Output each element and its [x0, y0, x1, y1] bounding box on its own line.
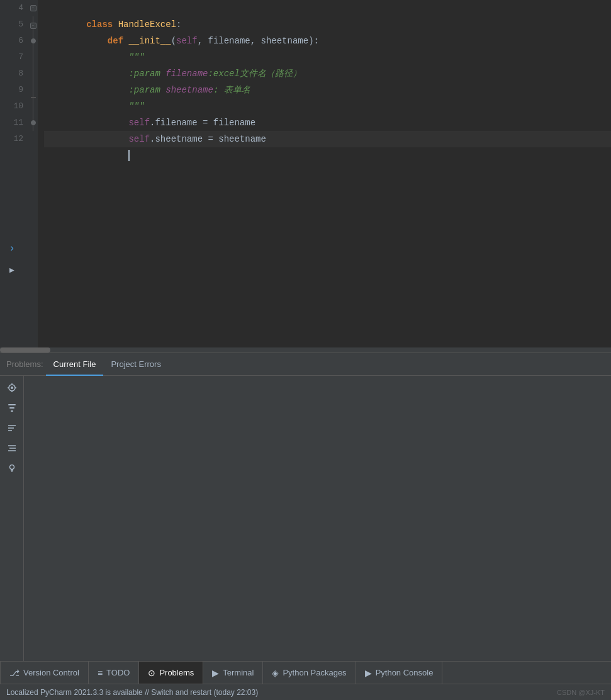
text-cursor — [128, 150, 130, 161]
fold-8 — [33, 65, 33, 82]
line-num-7: 7 — [18, 49, 23, 65]
line-num-10: 10 — [13, 98, 23, 115]
line-num-5: 5 — [18, 16, 23, 33]
svg-rect-7 — [9, 407, 14, 409]
status-message: Localized PyCharm 2021.3.3 is available … — [6, 688, 557, 697]
svg-point-1 — [11, 387, 13, 389]
tab-current-file[interactable]: Current File — [46, 353, 104, 376]
horizontal-scrollbar[interactable] — [0, 347, 611, 353]
sidebar-expand-1[interactable]: › — [0, 239, 24, 258]
status-bar: Localized PyCharm 2021.3.3 is available … — [0, 684, 611, 700]
tab-terminal[interactable]: ▶ Terminal — [203, 662, 263, 684]
python-console-icon: ▶ — [365, 668, 372, 678]
fold-4[interactable]: - — [30, 0, 36, 16]
line-num-9: 9 — [18, 82, 23, 98]
line-num-4: 4 — [18, 0, 23, 16]
python-console-label: Python Console — [376, 668, 434, 677]
svg-point-15 — [9, 465, 14, 470]
code-line-4: class HandleExcel: — [44, 0, 611, 16]
code-area: 4 5 6 7 8 9 10 11 12 - - — [0, 0, 611, 347]
fold-gutter: - - — [28, 0, 38, 347]
fold-5[interactable]: - — [30, 16, 36, 33]
todo-icon: ≡ — [98, 668, 103, 678]
version-control-icon: ⎇ — [9, 668, 20, 678]
problems-label: Problems: — [6, 359, 43, 369]
fold-10 — [33, 98, 33, 115]
line-num-12: 12 — [13, 131, 23, 147]
inspect-icon[interactable] — [4, 380, 20, 396]
todo-label: TODO — [106, 668, 130, 677]
line-num-6: 6 — [18, 33, 23, 49]
problems-tabs: Problems: Current File Project Errors — [0, 353, 611, 376]
left-sidebar: › ▶ — [0, 239, 25, 279]
lightbulb-icon[interactable] — [4, 460, 20, 477]
problems-toolbar — [0, 376, 24, 661]
fold-7 — [33, 49, 33, 65]
problems-panel: Problems: Current File Project Errors — [0, 353, 611, 661]
fold-11 — [31, 115, 36, 131]
svg-rect-6 — [8, 404, 16, 405]
group-icon[interactable] — [4, 440, 20, 456]
problems-icon: ⊙ — [148, 668, 155, 678]
tab-python-console[interactable]: ▶ Python Console — [356, 662, 443, 684]
python-packages-label: Python Packages — [283, 668, 346, 677]
scrollbar-thumb[interactable] — [0, 347, 50, 353]
tab-project-errors[interactable]: Project Errors — [103, 353, 168, 376]
line-num-8: 8 — [18, 65, 23, 82]
problems-content-area — [24, 376, 611, 661]
version-control-label: Version Control — [23, 668, 79, 677]
sidebar-expand-2[interactable]: ▶ — [0, 261, 24, 279]
python-packages-icon: ◈ — [272, 668, 279, 678]
line-numbers-gutter: 4 5 6 7 8 9 10 11 12 — [0, 0, 28, 347]
tab-problems[interactable]: ⊙ Problems — [139, 662, 203, 684]
line-num-11: 11 — [13, 115, 23, 131]
terminal-label: Terminal — [223, 668, 254, 677]
problems-body — [0, 376, 611, 661]
svg-rect-8 — [11, 410, 13, 412]
bottom-tabs-bar: ⎇ Version Control ≡ TODO ⊙ Problems ▶ Te… — [0, 661, 611, 684]
tab-todo[interactable]: ≡ TODO — [89, 662, 140, 684]
tab-version-control[interactable]: ⎇ Version Control — [0, 662, 89, 684]
code-content-area[interactable]: class HandleExcel: def __init__(self, fi… — [38, 0, 611, 347]
sort-icon[interactable] — [4, 420, 20, 436]
tab-python-packages[interactable]: ◈ Python Packages — [263, 662, 356, 684]
fold-6 — [31, 33, 36, 49]
problems-tab-label: Problems — [159, 668, 194, 677]
brand-label: CSDN @XJ-KT — [557, 689, 605, 696]
filter-icon[interactable] — [4, 400, 20, 416]
terminal-icon: ▶ — [212, 668, 219, 678]
fold-9 — [31, 82, 36, 98]
code-editor: 4 5 6 7 8 9 10 11 12 - - — [0, 0, 611, 353]
